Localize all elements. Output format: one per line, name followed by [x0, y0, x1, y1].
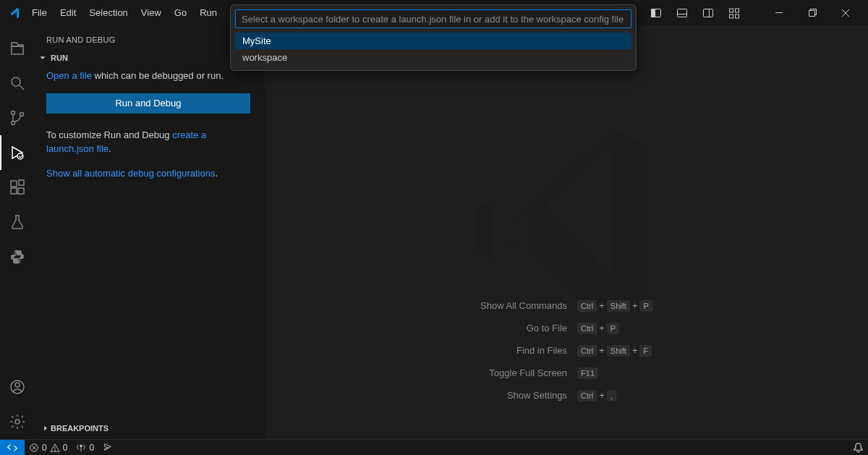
hint-toggle-full-screen-label: Toggle Full Screen: [480, 367, 567, 378]
statusbar: 0 0 0: [0, 439, 868, 455]
hint-show-settings-keys: Ctrl + ,: [577, 391, 652, 401]
warning-icon: [50, 443, 60, 453]
svg-rect-10: [775, 12, 783, 13]
toggle-primary-sidebar-icon[interactable]: [644, 3, 668, 23]
hint-show-all-commands-label: Show All Commands: [480, 300, 567, 311]
quick-input: MySite workspace: [230, 4, 637, 71]
warning-count: 0: [63, 443, 68, 453]
menu-go[interactable]: Go: [169, 4, 192, 21]
hint-show-settings-label: Show Settings: [480, 390, 567, 401]
broadcast-icon: [103, 443, 113, 453]
svg-rect-1: [652, 9, 655, 17]
status-problems[interactable]: 0 0: [25, 440, 72, 455]
svg-rect-4: [704, 9, 713, 17]
hint-go-to-file-label: Go to File: [480, 323, 567, 333]
quick-input-item[interactable]: MySite: [235, 33, 631, 49]
activity-settings[interactable]: [0, 404, 35, 439]
svg-rect-2: [678, 9, 687, 17]
remote-indicator[interactable]: [0, 440, 25, 456]
open-file-link[interactable]: Open a file: [46, 70, 92, 81]
show-all-configs: Show all automatic debug configurations.: [46, 166, 253, 181]
breakpoints-label: BREAKPOINTS: [51, 424, 109, 433]
menu-edit[interactable]: Edit: [54, 4, 82, 21]
hint-find-in-files-label: Find in Files: [480, 345, 567, 356]
hint-find-in-files-keys: Ctrl + Shift + F: [577, 346, 652, 356]
toggle-panel-icon[interactable]: [670, 3, 694, 23]
svg-line-16: [20, 85, 24, 90]
status-notifications[interactable]: [848, 440, 868, 455]
activity-search[interactable]: [0, 66, 35, 101]
window-minimize-button[interactable]: [762, 0, 796, 25]
svg-point-17: [12, 111, 15, 115]
ports-count: 0: [89, 443, 94, 453]
quick-input-field[interactable]: [235, 9, 631, 28]
bell-icon: [853, 442, 864, 453]
chevron-down-icon: [38, 53, 48, 63]
vscode-watermark-icon: [465, 109, 668, 311]
hint-toggle-full-screen-keys: F11: [577, 368, 652, 378]
menu-file[interactable]: File: [26, 4, 53, 21]
menubar: File Edit Selection View Go Run ···: [26, 4, 246, 21]
vscode-logo-icon: [9, 7, 20, 19]
svg-rect-12: [809, 11, 814, 17]
window-restore-button[interactable]: [796, 0, 829, 25]
chevron-right-icon: [41, 423, 51, 433]
breakpoints-section-header[interactable]: BREAKPOINTS: [38, 422, 111, 435]
svg-rect-22: [11, 188, 17, 194]
activity-testing[interactable]: [0, 205, 35, 239]
svg-rect-6: [730, 9, 733, 12]
svg-point-27: [15, 420, 20, 424]
error-count: 0: [42, 443, 47, 453]
activity-accounts[interactable]: [0, 370, 35, 404]
antenna-icon: [76, 443, 86, 453]
status-ports[interactable]: 0: [72, 440, 98, 455]
quick-input-item[interactable]: workspace: [235, 49, 631, 66]
status-live-share[interactable]: [98, 440, 117, 455]
svg-rect-21: [11, 181, 17, 187]
svg-point-32: [54, 450, 55, 451]
open-file-text: Open a file which can be debugged or run…: [46, 69, 253, 83]
svg-rect-7: [736, 9, 739, 12]
hint-go-to-file-keys: Ctrl + P: [577, 323, 652, 333]
svg-rect-9: [736, 14, 739, 18]
editor-area: Show All Commands Ctrl + Shift + P Go to…: [265, 25, 868, 439]
svg-point-15: [12, 77, 20, 86]
customize-text: To customize Run and Debug create a laun…: [46, 128, 253, 156]
svg-point-33: [80, 445, 82, 447]
activity-source-control[interactable]: [0, 101, 35, 135]
activity-extensions[interactable]: [0, 170, 35, 205]
svg-point-26: [15, 383, 20, 387]
menu-view[interactable]: View: [135, 4, 167, 21]
svg-point-18: [12, 122, 15, 125]
window-close-button[interactable]: [829, 0, 862, 25]
quick-input-list: MySite workspace: [235, 33, 631, 66]
show-all-configs-link[interactable]: Show all automatic debug configurations: [46, 168, 215, 179]
menu-selection[interactable]: Selection: [83, 4, 133, 21]
run-section-label: RUN: [51, 54, 68, 62]
svg-rect-8: [730, 14, 733, 18]
hint-show-all-commands-keys: Ctrl + Shift + P: [577, 301, 652, 311]
welcome-hints: Show All Commands Ctrl + Shift + P Go to…: [480, 300, 652, 401]
activity-explorer[interactable]: [0, 31, 35, 66]
svg-rect-24: [19, 180, 24, 185]
svg-rect-23: [18, 188, 24, 194]
error-icon: [29, 443, 39, 453]
toggle-secondary-sidebar-icon[interactable]: [696, 3, 720, 23]
sidebar: RUN AND DEBUG RUN Open a file which can …: [35, 25, 265, 439]
menu-run[interactable]: Run: [194, 4, 223, 21]
activity-bar: [0, 25, 35, 439]
customize-layout-icon[interactable]: [722, 3, 746, 23]
svg-point-19: [20, 113, 24, 116]
activity-run-debug[interactable]: [0, 135, 35, 170]
activity-python[interactable]: [0, 239, 35, 274]
run-and-debug-button[interactable]: Run and Debug: [46, 93, 250, 114]
